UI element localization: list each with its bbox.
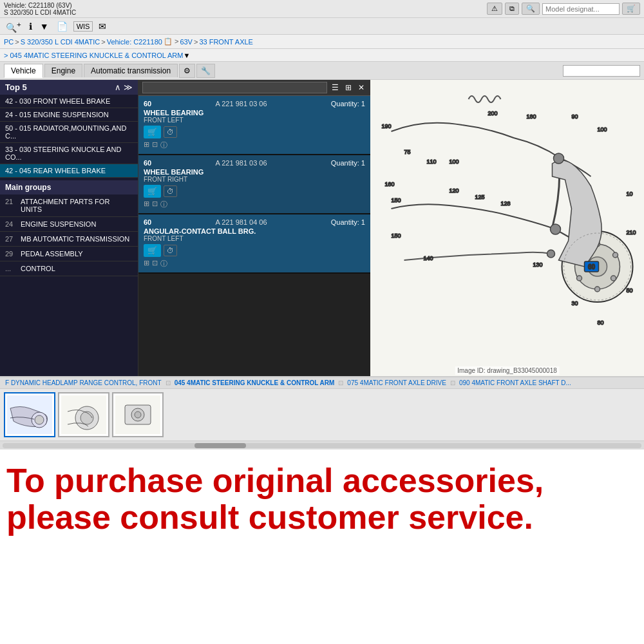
top5-item-4[interactable]: 33 - 030 STEERING KNUCKLE AND CO... [0,143,138,164]
svg-text:10: 10 [627,191,633,197]
list-view-btn[interactable]: ☰ [330,82,341,93]
watermark-line1: To purchase original accessories, [6,462,638,499]
svg-text:190: 190 [382,123,392,129]
svg-text:210: 210 [627,229,636,236]
left-panel: Top 5 ∧ ≫ 42 - 030 FRONT WHEEL BRAKE 24 … [0,80,138,376]
svg-point-5 [613,252,618,258]
btab-headlamp[interactable]: F DYNAMIC HEADLAMP RANGE CONTROL, FRONT [3,379,164,387]
svg-text:60: 60 [588,263,596,270]
svg-text:200: 200 [488,110,498,117]
graph-icon-2[interactable]: ⊡ [152,200,158,209]
btab-front-axle-shaft[interactable]: 090 4MATIC FRONT AXLE SHAFT D... [457,379,574,387]
top5-item-3[interactable]: 50 - 015 RADIATOR,MOUNTING,AND C... [0,122,138,143]
clock-btn-2[interactable]: ⏱ [164,185,177,197]
bc-vehicle[interactable]: Vehicle: C221180 [107,38,162,46]
group-item-24[interactable]: 24 ENGINE SUSPENSION [0,217,138,232]
table-icon-3[interactable]: ⊞ [144,259,149,269]
group-item-control[interactable]: ... CONTROL [0,261,138,276]
cart-btn-top[interactable]: 🛒 [622,3,640,15]
horizontal-scrollbar[interactable] [0,440,644,450]
svg-point-10 [554,153,564,164]
bc-pc[interactable]: PC [4,38,14,46]
warning-btn[interactable]: ⚠ [487,3,502,15]
svg-text:140: 140 [424,255,433,261]
tab-icon1[interactable]: ⚙ [179,64,195,78]
part-row-2[interactable]: 60 A 221 981 03 06 Quantity: 1 WHEEL BEA… [138,155,370,214]
thumbnails-row [0,389,644,440]
part-search-input[interactable] [142,82,327,93]
graph-icon-1[interactable]: ⊡ [152,140,158,150]
add-cart-btn-1[interactable]: 🛒 [144,126,161,138]
parts-list: 60 A 221 981 03 06 Quantity: 1 WHEEL BEA… [138,96,370,376]
svg-text:50: 50 [627,287,633,294]
email-btn[interactable]: ✉ [97,21,108,32]
clock-btn-1[interactable]: ⏱ [164,126,177,138]
wis-btn[interactable]: WIS [73,21,93,32]
main-area: Top 5 ∧ ≫ 42 - 030 FRONT WHEEL BRAKE 24 … [0,80,644,376]
bc-model[interactable]: S 320/350 L CDI 4MATIC [21,38,100,46]
table-icon-2[interactable]: ⊞ [144,200,149,209]
copy-btn[interactable]: ⧉ [505,3,519,15]
svg-point-12 [547,250,555,258]
btab-steering-knuckle[interactable]: 045 4MATIC STEERING KNUCKLE & CONTROL AR… [172,379,337,387]
svg-text:160: 160 [385,181,395,187]
bottom-tabs: F DYNAMIC HEADLAMP RANGE CONTROL, FRONT … [0,377,644,389]
breadcrumb2: > 045 4MATIC STEERING KNUCKLE & CONTROL … [0,49,644,62]
btab-front-axle-drive[interactable]: 075 4MATIC FRONT AXLE DRIVE [345,379,449,387]
top5-item-5[interactable]: 42 - 045 REAR WHEEL BRAKE [0,164,138,178]
svg-text:128: 128 [501,200,511,207]
thumbnail-2[interactable] [58,392,109,437]
thumbnail-1[interactable] [4,392,55,437]
tab-auto-transmission[interactable]: Automatic transmission [84,64,178,77]
bc-front-axle[interactable]: 33 FRONT AXLE [199,38,253,46]
bottom-bar: F DYNAMIC HEADLAMP RANGE CONTROL, FRONT … [0,376,644,440]
part-row-1[interactable]: 60 A 221 981 03 06 Quantity: 1 WHEEL BEA… [138,96,370,155]
vehicle-line1: Vehicle: C221180 (63V) [4,2,76,9]
top5-collapse-btn[interactable]: ∧ [115,82,121,92]
clock-btn-3[interactable]: ⏱ [164,245,177,256]
main-search-input[interactable] [563,65,640,77]
grid-view-btn[interactable]: ⊞ [343,82,354,93]
svg-point-39 [35,415,44,424]
watermark-area: To purchase original accessories, please… [0,450,644,542]
top5-item-1[interactable]: 42 - 030 FRONT WHEEL BRAKE [0,95,138,108]
bc-steering-knuckle[interactable]: > 045 4MATIC STEERING KNUCKLE & CONTROL … [4,52,183,59]
group-item-27[interactable]: 27 MB AUTOMATIC TRANSMISSION [0,232,138,247]
svg-point-11 [551,224,561,234]
search-btn-top[interactable]: 🔍 [522,3,540,15]
navtabs: Vehicle Engine Automatic transmission ⚙ … [0,62,644,80]
graph-icon-3[interactable]: ⊡ [152,259,158,269]
svg-text:100: 100 [450,158,459,165]
info-btn[interactable]: ℹ [27,21,34,32]
svg-point-6 [611,276,616,281]
tab-vehicle[interactable]: Vehicle [4,64,43,78]
image-id-label: Image ID: drawing_B33045000018 [455,366,560,375]
top5-expand-btn[interactable]: ≫ [124,82,133,92]
diagram-area: 190 200 180 90 100 75 110 100 160 150 12… [370,80,644,376]
info-icon-1[interactable]: ⓘ [160,140,167,150]
part-row-3[interactable]: 60 A 221 981 04 06 Quantity: 1 ANGULAR-C… [138,214,370,274]
filter-btn[interactable]: ▼ [38,21,51,32]
diagram-panel: 190 200 180 90 100 75 110 100 160 150 12… [370,80,644,376]
watermark-line2: please consult customer service. [6,499,638,536]
add-cart-btn-3[interactable]: 🛒 [144,244,161,257]
close-middle-btn[interactable]: ✕ [356,82,366,93]
svg-text:80: 80 [598,319,604,326]
print-btn[interactable]: 📄 [55,21,70,32]
add-cart-btn-2[interactable]: 🛒 [144,185,161,198]
tab-engine[interactable]: Engine [44,64,82,77]
group-item-21[interactable]: 21 ATTACHMENT PARTS FOR UNITS [0,194,138,217]
middle-panel: ☰ ⊞ ✕ 60 A 221 981 03 06 Quantity: 1 WHE… [138,80,370,376]
thumbnail-3[interactable] [112,392,164,437]
table-icon-1[interactable]: ⊞ [144,140,149,150]
zoom-in-btn[interactable]: 🔍+ [4,19,23,33]
bc-63v[interactable]: 63V [180,38,193,46]
top5-item-2[interactable]: 24 - 015 ENGINE SUSPENSION [0,108,138,122]
svg-point-46 [135,412,141,418]
svg-text:150: 150 [392,197,401,204]
tab-icon2[interactable]: 🔧 [196,64,215,78]
model-search-input[interactable] [542,3,620,15]
group-item-29[interactable]: 29 PEDAL ASSEMBLY [0,247,138,261]
info-icon-3[interactable]: ⓘ [160,259,167,269]
info-icon-2[interactable]: ⓘ [160,200,167,209]
